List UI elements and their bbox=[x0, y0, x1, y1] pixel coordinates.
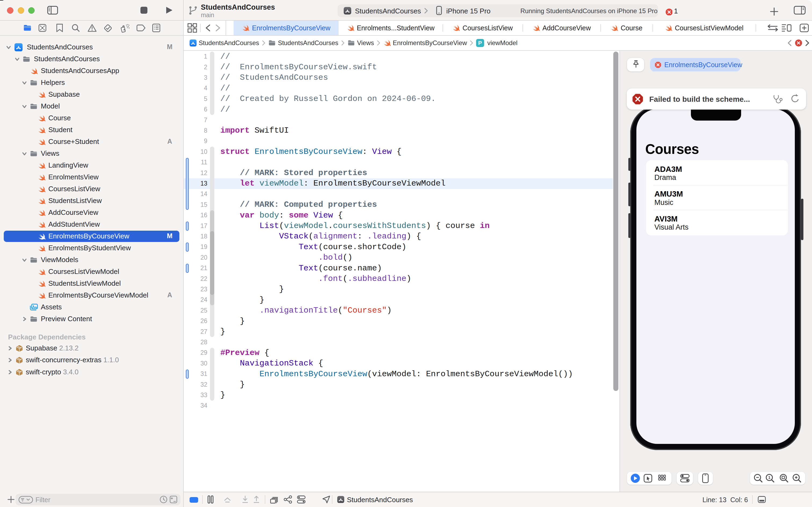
svg-text:1: 1 bbox=[768, 475, 770, 480]
